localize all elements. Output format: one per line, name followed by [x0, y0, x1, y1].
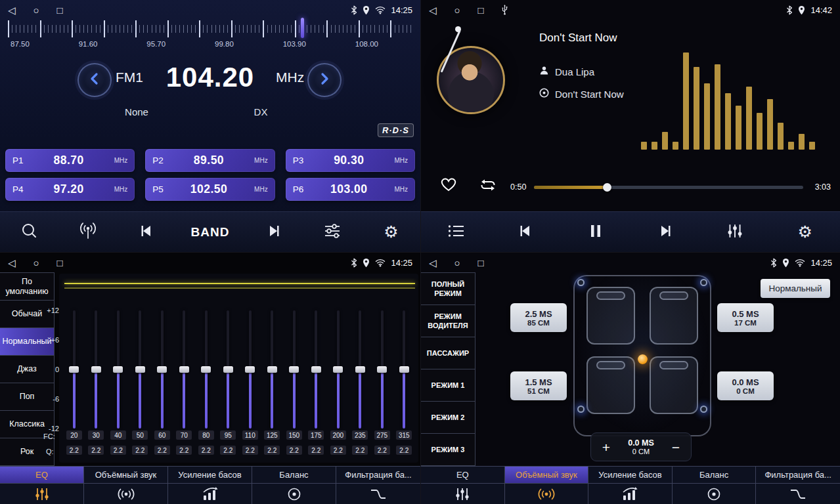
tab-filter[interactable]: Фильтрация ба... [336, 467, 420, 504]
eq-band-slider[interactable] [107, 310, 129, 429]
settings-button[interactable]: ⚙ [791, 224, 819, 240]
home-icon[interactable]: ○ [33, 5, 39, 15]
eq-slider-handle[interactable] [245, 366, 255, 373]
eq-slider-handle[interactable] [91, 366, 101, 373]
delay-rear-right-button[interactable]: 0.0 MS 0 CM [717, 371, 774, 400]
eq-slider-handle[interactable] [267, 366, 277, 373]
listener-position-dot[interactable] [638, 354, 648, 364]
eq-band-slider[interactable] [239, 310, 261, 429]
eq-q-value: 2.2 [264, 446, 280, 455]
eq-band-slider[interactable] [349, 310, 372, 429]
delay-front-left-button[interactable]: 2.5 MS 85 CM [510, 303, 567, 332]
eq-band-slider[interactable] [151, 310, 173, 429]
next-station-button[interactable] [260, 223, 288, 242]
delay-decrease-button[interactable]: − [669, 440, 683, 454]
band-button[interactable]: BAND [191, 225, 230, 240]
eq-band-slider[interactable] [173, 310, 196, 429]
spectrum-bar [746, 87, 752, 150]
tab-filter[interactable]: Фильтрация ба... [756, 467, 840, 504]
eq-slider-handle[interactable] [135, 366, 145, 373]
playlist-button[interactable] [442, 224, 470, 241]
preset-button-p4[interactable]: P497.20MHz [5, 178, 135, 201]
home-icon[interactable]: ○ [454, 5, 460, 15]
surround-mode-item[interactable]: РЕЖИМ 3 [421, 434, 475, 466]
back-icon[interactable]: ◁ [8, 5, 16, 15]
eq-q-value: 2.2 [374, 446, 390, 455]
surround-mode-item[interactable]: ПАССАЖИР [421, 337, 475, 369]
preset-button-p2[interactable]: P289.50MHz [145, 149, 275, 172]
tune-down-button[interactable] [77, 63, 112, 97]
tab-balance[interactable]: Баланс [252, 467, 336, 504]
eq-slider-handle[interactable] [157, 366, 167, 373]
sound-profile-button[interactable]: Нормальный [761, 279, 830, 298]
back-icon[interactable]: ◁ [429, 258, 437, 268]
eq-slider-handle[interactable] [289, 366, 299, 373]
tab-surround-sound[interactable]: Объёмный звук [505, 467, 589, 504]
eq-band-slider[interactable] [261, 310, 284, 429]
eq-band-slider[interactable] [371, 310, 393, 429]
eq-slider-handle[interactable] [333, 366, 343, 373]
eq-slider-handle[interactable] [377, 366, 387, 373]
pause-button[interactable] [582, 223, 609, 242]
seek-bar[interactable] [534, 186, 803, 189]
tab-eq[interactable]: EQ [421, 467, 505, 504]
delay-rear-left-button[interactable]: 1.5 MS 51 CM [510, 371, 567, 400]
delay-increase-button[interactable]: + [599, 440, 613, 454]
previous-track-button[interactable] [512, 223, 539, 242]
preset-button-p3[interactable]: P390.30MHz [286, 149, 415, 172]
surround-mode-item[interactable]: РЕЖИМ 2 [421, 402, 475, 434]
eq-slider-handle[interactable] [179, 366, 189, 373]
back-icon[interactable]: ◁ [429, 5, 437, 15]
settings-button[interactable]: ⚙ [377, 224, 405, 240]
eq-band-slider[interactable] [217, 310, 240, 429]
eq-slider-handle[interactable] [355, 366, 365, 373]
scan-button[interactable] [16, 222, 43, 242]
recents-icon[interactable]: □ [57, 258, 63, 268]
android-nav-keys: ◁ ○ □ [429, 258, 484, 268]
favorite-button[interactable] [439, 176, 458, 195]
tab-bass-boost[interactable]: Усиление басов [588, 467, 673, 504]
eq-band-slider[interactable] [63, 310, 85, 429]
repeat-button[interactable] [479, 178, 497, 195]
surround-mode-item[interactable]: ПОЛНЫЙ РЕЖИМ [421, 273, 475, 305]
surround-mode-item[interactable]: РЕЖИМ ВОДИТЕЛЯ [421, 305, 475, 337]
recents-icon[interactable]: □ [57, 5, 63, 15]
surround-mode-item[interactable]: РЕЖИМ 1 [421, 369, 475, 402]
tab-eq[interactable]: EQ [0, 467, 84, 504]
mixer-button[interactable] [721, 223, 749, 242]
tab-balance[interactable]: Баланс [673, 467, 757, 504]
recents-icon[interactable]: □ [478, 5, 484, 15]
eq-band-slider[interactable] [327, 310, 349, 429]
preset-button-p6[interactable]: P6103.00MHz [286, 178, 415, 201]
eq-slider-handle[interactable] [113, 366, 123, 373]
delay-front-right-button[interactable]: 0.5 MS 17 CM [717, 303, 774, 332]
eq-band-slider[interactable] [85, 310, 108, 429]
eq-band-slider[interactable] [305, 310, 328, 429]
eq-slider-handle[interactable] [311, 366, 321, 373]
frequency-scale[interactable] [8, 20, 412, 37]
preset-button-p5[interactable]: P5102.50MHz [145, 178, 275, 201]
broadcast-button[interactable] [74, 222, 102, 242]
tune-up-button[interactable] [307, 63, 342, 97]
eq-preset-item[interactable]: По умолчанию [0, 273, 54, 301]
eq-slider-handle[interactable] [223, 366, 233, 373]
tab-surround-sound[interactable]: Объёмный звук [84, 467, 168, 504]
tune-settings-button[interactable] [319, 223, 346, 242]
seek-handle[interactable] [603, 183, 611, 192]
tab-bass-boost[interactable]: Усиление басов [168, 467, 252, 504]
eq-band-slider[interactable] [129, 310, 152, 429]
previous-station-button[interactable] [133, 223, 160, 242]
recents-icon[interactable]: □ [478, 258, 484, 268]
scale-minor-ticks [8, 25, 412, 33]
back-icon[interactable]: ◁ [8, 258, 16, 268]
preset-button-p1[interactable]: P188.70MHz [5, 149, 135, 172]
eq-band-slider[interactable] [283, 310, 305, 429]
next-track-button[interactable] [652, 223, 679, 242]
eq-slider-handle[interactable] [201, 366, 211, 373]
home-icon[interactable]: ○ [33, 258, 39, 268]
eq-slider-handle[interactable] [69, 366, 79, 373]
home-icon[interactable]: ○ [454, 258, 460, 268]
eq-slider-handle[interactable] [399, 366, 409, 373]
eq-band-slider[interactable] [393, 310, 416, 429]
eq-band-slider[interactable] [195, 310, 217, 429]
